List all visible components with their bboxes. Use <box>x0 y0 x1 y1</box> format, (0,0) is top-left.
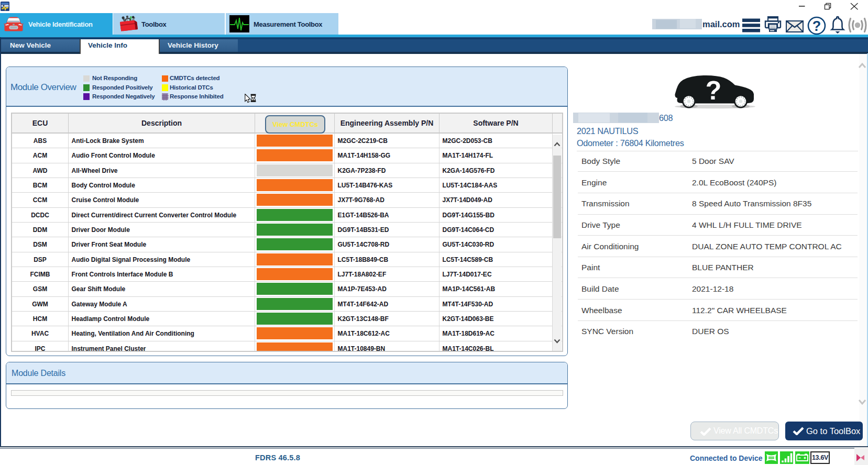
svg-text:?: ? <box>706 76 722 105</box>
svg-text:?: ? <box>812 18 821 34</box>
